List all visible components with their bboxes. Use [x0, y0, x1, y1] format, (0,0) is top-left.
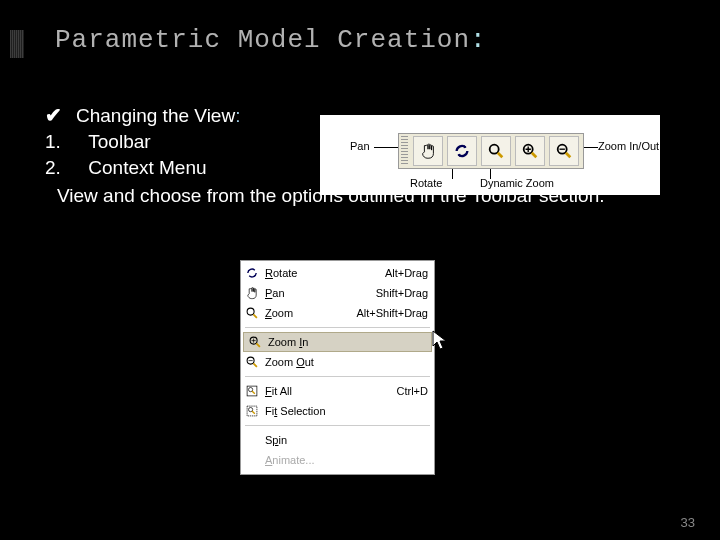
- menu-item-rotate[interactable]: Rotate Alt+Drag: [241, 263, 434, 283]
- menu-shortcut: Ctrl+D: [397, 385, 428, 397]
- menu-label: Spin: [265, 434, 428, 446]
- toolbar-strip: [398, 133, 584, 169]
- title-text: Parametric Model Creation: [55, 25, 470, 55]
- list-num-1: 1.: [45, 131, 69, 153]
- context-menu: Rotate Alt+Drag Pan Shift+Drag Zoom Alt+…: [240, 260, 435, 475]
- svg-line-11: [253, 363, 257, 367]
- rotate-icon: [453, 142, 471, 160]
- rotate-button[interactable]: [447, 136, 477, 166]
- svg-line-9: [256, 343, 260, 347]
- toolbar-figure: Pan Zoom In/Out Rotate Dynamic Zoom: [320, 115, 660, 195]
- menu-label: Pan: [265, 287, 376, 299]
- leader-line: [490, 169, 491, 179]
- zoom-in-button[interactable]: [515, 136, 545, 166]
- menu-label: Fit All: [265, 385, 397, 397]
- svg-line-7: [253, 314, 257, 318]
- list-label-1: Toolbar: [88, 131, 150, 152]
- page-number: 33: [681, 515, 695, 530]
- bullet-colon: :: [235, 105, 240, 127]
- label-rotate: Rotate: [410, 177, 442, 189]
- menu-item-pan[interactable]: Pan Shift+Drag: [241, 283, 434, 303]
- fit-selection-icon: [243, 403, 261, 419]
- magnifier-minus-icon: [243, 354, 261, 370]
- menu-label: Animate...: [265, 454, 428, 466]
- hand-icon: [243, 285, 261, 301]
- bullet-label: Changing the View: [76, 105, 235, 127]
- magnifier-plus-icon: [521, 142, 539, 160]
- magnifier-icon: [243, 305, 261, 321]
- leader-line: [452, 169, 453, 179]
- menu-item-spin[interactable]: Spin: [241, 430, 434, 450]
- menu-label: Zoom: [265, 307, 356, 319]
- menu-item-zoom-in[interactable]: Zoom In: [243, 332, 432, 352]
- svg-line-1: [498, 153, 503, 158]
- list-num-2: 2.: [45, 157, 69, 179]
- menu-shortcut: Shift+Drag: [376, 287, 428, 299]
- magnifier-plus-icon: [246, 334, 264, 350]
- menu-separator: [245, 376, 430, 377]
- cursor-icon: [432, 330, 448, 352]
- label-zoominout: Zoom In/Out: [598, 140, 659, 152]
- hand-icon: [419, 142, 437, 160]
- menu-separator: [245, 425, 430, 426]
- menu-item-zoom-out[interactable]: Zoom Out: [241, 352, 434, 372]
- title-colon: :: [470, 25, 487, 55]
- magnifier-icon: [487, 142, 505, 160]
- zoom-button[interactable]: [481, 136, 511, 166]
- magnifier-minus-icon: [555, 142, 573, 160]
- slide-binding-decoration: [10, 30, 24, 58]
- menu-separator: [245, 327, 430, 328]
- label-pan: Pan: [350, 140, 370, 152]
- menu-shortcut: Alt+Shift+Drag: [356, 307, 428, 319]
- list-label-2: Context Menu: [88, 157, 206, 178]
- menu-item-fit-selection[interactable]: Fit Selection: [241, 401, 434, 421]
- slide-title: Parametric Model Creation:: [0, 0, 720, 55]
- menu-item-animate: Animate...: [241, 450, 434, 470]
- svg-line-5: [566, 153, 571, 158]
- svg-line-14: [252, 391, 255, 394]
- checkmark-icon: ✔: [45, 103, 62, 127]
- svg-point-0: [490, 145, 499, 154]
- svg-line-3: [532, 153, 537, 158]
- rotate-icon: [243, 265, 261, 281]
- menu-item-fit-all[interactable]: Fit All Ctrl+D: [241, 381, 434, 401]
- menu-label: Rotate: [265, 267, 385, 279]
- zoom-out-button[interactable]: [549, 136, 579, 166]
- menu-shortcut: Alt+Drag: [385, 267, 428, 279]
- label-dynzoom: Dynamic Zoom: [480, 177, 554, 189]
- menu-label: Fit Selection: [265, 405, 428, 417]
- svg-line-17: [252, 411, 255, 414]
- menu-item-zoom[interactable]: Zoom Alt+Shift+Drag: [241, 303, 434, 323]
- svg-point-6: [247, 308, 254, 315]
- pan-button[interactable]: [413, 136, 443, 166]
- menu-label: Zoom In: [268, 336, 425, 348]
- toolbar-grip: [401, 136, 408, 166]
- fit-all-icon: [243, 383, 261, 399]
- menu-label: Zoom Out: [265, 356, 428, 368]
